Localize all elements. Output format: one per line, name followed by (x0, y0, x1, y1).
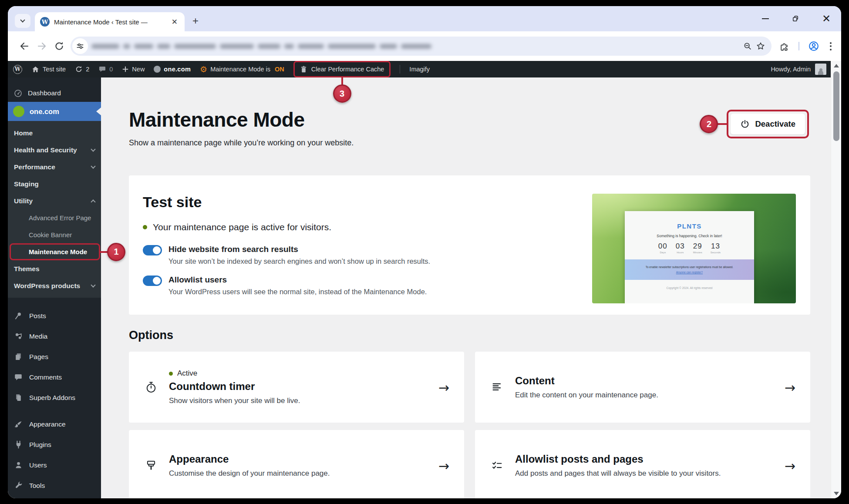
sidebar-item-appearance[interactable]: Appearance (8, 414, 101, 434)
url-bar[interactable] (71, 37, 772, 56)
sidebar-item-themes[interactable]: Themes (8, 260, 101, 277)
home-icon (31, 65, 40, 74)
preview-register-link: Anyone can register? (676, 271, 703, 274)
sidebar-item-comments[interactable]: Comments (8, 367, 101, 387)
updates-icon (75, 65, 83, 73)
sidebar-item-posts[interactable]: Posts (8, 306, 101, 326)
sidebar-item-staging[interactable]: Staging (8, 175, 101, 192)
comments-icon (13, 373, 23, 382)
bookmark-button[interactable] (756, 41, 765, 51)
tools-wrench-icon (13, 481, 23, 490)
browser-tab[interactable]: W Maintenance Mode ‹ Test site — ✕ (35, 12, 185, 31)
extensions-button[interactable] (779, 41, 790, 51)
sidebar-item-dashboard[interactable]: Dashboard (8, 84, 101, 102)
tab-search-button[interactable] (15, 14, 30, 28)
tab-title: Maintenance Mode ‹ Test site — (54, 18, 165, 26)
scrollbar-down-arrow[interactable] (834, 492, 839, 495)
browser-toolbar (8, 31, 841, 61)
sidebar-item-health-and-security[interactable]: Health and Security (8, 141, 101, 158)
sidebar-item-performance[interactable]: Performance (8, 158, 101, 175)
hide-from-search-toggle[interactable] (143, 245, 162, 255)
user-avatar[interactable] (815, 64, 826, 75)
clear-performance-cache-button[interactable]: Clear Performance Cache 3 (293, 61, 391, 77)
zoom-out-icon (743, 41, 752, 51)
paintbrush-icon (145, 459, 158, 472)
site-status-card: Test site Your maintenance page is activ… (129, 175, 810, 315)
content-lines-icon (491, 381, 504, 393)
imagify-menu[interactable]: Imagify (409, 66, 430, 73)
close-button[interactable]: ✕ (822, 13, 831, 24)
maintenance-active-text: Your maintenance page is active for visi… (153, 222, 331, 232)
scrollbar-up-arrow[interactable] (834, 64, 839, 67)
forward-button[interactable] (33, 37, 51, 55)
pages-icon (13, 352, 23, 361)
toggle-label: Allowlist users (168, 275, 427, 285)
sidebar-item-cookie-banner[interactable]: Cookie Banner (8, 226, 101, 243)
restore-button[interactable] (792, 15, 799, 23)
sidebar-item-wordpress-products[interactable]: WordPress products (8, 277, 101, 294)
active-status-dot (143, 225, 147, 229)
onecom-menu[interactable]: one.com (154, 66, 191, 73)
tune-icon (76, 42, 84, 50)
card-description: Add posts and pages that will always be … (515, 469, 721, 478)
appearance-card[interactable]: Appearance Customise the design of your … (129, 430, 464, 498)
card-status: Active (177, 369, 197, 378)
sidebar-item-pages[interactable]: Pages (8, 346, 101, 367)
minimize-button[interactable] (762, 18, 769, 19)
star-icon (756, 41, 765, 51)
sidebar-item-tools[interactable]: Tools (8, 475, 101, 496)
sidebar-item-advanced-error-page[interactable]: Advanced Error Page (8, 209, 101, 226)
sidebar-item-maintenance-mode[interactable]: Maintenance Mode 1 (8, 243, 101, 260)
browser-menu-button[interactable] (828, 40, 833, 52)
chevron-down-icon (91, 164, 95, 168)
toggle-description: Your WordPress users will see the normal… (168, 288, 427, 296)
sidebar-item-onecom[interactable]: one.com (8, 102, 101, 121)
sidebar-item-utility[interactable]: Utility (8, 192, 101, 209)
card-description: Customise the design of your maintenance… (169, 469, 330, 478)
page-scrollbar[interactable] (831, 61, 841, 498)
sidebar-item-plugins[interactable]: Plugins (8, 434, 101, 455)
site-name-menu[interactable]: Test site (31, 65, 66, 74)
back-button[interactable] (16, 37, 33, 55)
preview-brand: PLNTS (677, 222, 702, 230)
comments-bubble-icon (98, 65, 106, 73)
site-settings-button[interactable] (72, 38, 88, 54)
card-description: Show visitors when your site will be liv… (169, 396, 300, 405)
gear-icon: ⚙ (200, 65, 207, 74)
chevron-up-icon (91, 199, 95, 204)
content-card[interactable]: Content Edit the content on your mainten… (475, 352, 810, 423)
arrow-right-icon: → (438, 380, 449, 395)
sidebar-item-superb-addons[interactable]: Superb Addons (8, 387, 101, 408)
zoom-out-button[interactable] (743, 41, 752, 51)
allowlist-posts-pages-card[interactable]: Allowlist posts and pages Add posts and … (475, 430, 810, 498)
sidebar-item-users[interactable]: Users (8, 455, 101, 475)
updates-menu[interactable]: 2 (75, 65, 89, 73)
trash-icon (300, 65, 307, 74)
reload-button[interactable] (51, 37, 68, 55)
card-title: Allowlist posts and pages (515, 453, 721, 465)
wp-logo-menu[interactable]: W (13, 65, 22, 74)
deactivate-button[interactable]: Deactivate (731, 114, 805, 134)
tab-close-icon[interactable]: ✕ (170, 17, 179, 27)
comments-menu[interactable]: 0 (98, 65, 113, 73)
new-tab-button[interactable]: + (192, 16, 199, 26)
annotation-3-line (341, 76, 343, 85)
profile-icon (808, 40, 819, 52)
sidebar-item-home[interactable]: Home (8, 124, 101, 141)
howdy-menu[interactable]: Howdy, Admin (771, 66, 811, 73)
countdown-timer-card[interactable]: Active Countdown timer Show visitors whe… (129, 352, 464, 423)
new-content-menu[interactable]: New (122, 66, 145, 73)
wp-admin-bar: W Test site 2 0 New (8, 61, 831, 77)
sidebar-separator (8, 408, 101, 414)
users-icon (13, 460, 23, 470)
card-title: Appearance (169, 453, 330, 465)
profile-button[interactable] (808, 40, 819, 52)
chevron-down-icon (91, 147, 95, 151)
sidebar-item-media[interactable]: Media (8, 326, 101, 346)
browser-titlebar: W Maintenance Mode ‹ Test site — ✕ + ✕ (8, 6, 841, 31)
allowlist-users-toggle[interactable] (143, 276, 162, 286)
redacted-url-text (91, 42, 739, 50)
maintenance-status-menu[interactable]: ⚙ Maintenance Mode is ON (200, 65, 284, 74)
scrollbar-thumb[interactable] (833, 71, 839, 141)
wp-admin-sidebar: Dashboard one.com Home Health and Securi… (8, 77, 101, 498)
